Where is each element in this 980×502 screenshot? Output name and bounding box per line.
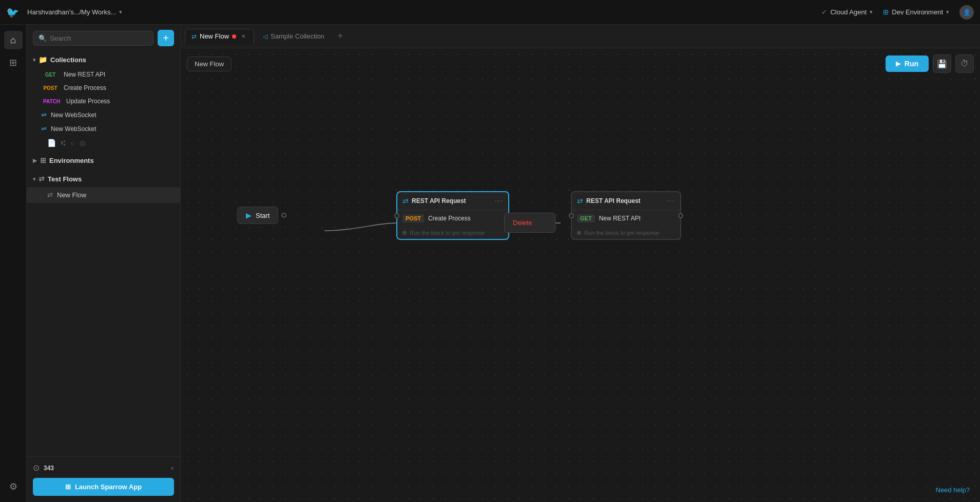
start-play-icon: ▶ [246,211,252,219]
check-icon: ✓ [821,8,827,16]
environments-section-header[interactable]: ▶ ⊞ Environments [27,152,180,169]
sidebar-item-new-flow[interactable]: ⇄ New Flow [27,187,180,203]
layers-icon: ⊞ [883,8,889,16]
node2-left-connector [569,213,574,218]
node2-more-button[interactable]: ··· [667,196,675,206]
collections-arrow-icon: ▾ [33,57,35,63]
history-icon-button[interactable]: ⏱ [955,54,974,73]
node1-title: REST API Request [412,197,492,204]
node2-endpoint: New REST API [599,215,641,222]
test-flows-section: ▾ ⇄ Test Flows ⇄ New Flow [27,171,180,203]
test-flows-label: Test Flows [48,175,82,183]
block-icon[interactable]: ◎ [80,139,86,147]
tab-close-button[interactable]: ✕ [239,32,247,41]
item-label: New WebSocket [51,111,96,119]
env-chevron-icon: ▾ [946,9,949,15]
node1-method-badge: POST [402,214,424,222]
list-item[interactable]: ⇌ New WebSocket [41,108,180,122]
sidebar-item-collections[interactable]: ⊞ [4,53,23,72]
right-area: ⇄ New Flow ✕ ◁ Sample Collection + [181,25,980,502]
node1-footer-text: Run the block to get response [410,230,485,236]
search-area: 🔍 + [27,25,180,51]
need-help-link[interactable]: Need help? [936,486,970,494]
play-icon: ▶ [896,60,900,67]
flow-item-icon: ⇄ [47,191,53,199]
launch-sparrow-button[interactable]: ⊞ Launch Sparrow App [33,478,174,496]
tab-sample-collection[interactable]: ◁ Sample Collection [256,29,331,44]
add-tab-button[interactable]: + [333,29,348,44]
list-item[interactable]: PATCH Update Process [41,95,180,108]
tab-new-flow[interactable]: ⇄ New Flow ✕ [185,29,254,44]
context-menu-delete[interactable]: Delete [505,215,555,230]
test-flows-section-header[interactable]: ▾ ⇄ Test Flows [27,171,180,187]
flow-name-tag[interactable]: New Flow [187,57,232,71]
rest-node-2-body: GET New REST API [572,210,680,227]
circle-icon[interactable]: ○ [70,139,74,147]
node2-footer-text: Run the block to get response [584,230,659,236]
search-box[interactable]: 🔍 [33,31,153,46]
rest-node-2-footer: Run the block to get response [572,227,680,239]
item-label: New WebSocket [51,125,96,133]
workspace-selector[interactable]: Harshvardhan's.../My Works... ▾ [27,8,122,16]
list-item[interactable]: GET New REST API [41,68,180,81]
collapse-icon[interactable]: « [170,464,174,472]
rest-node-2-header: ⇄ REST API Request ··· [572,192,680,210]
start-node[interactable]: ▶ Start [237,207,278,224]
left-panel-content: ▾ 📁 Collections GET New REST API POST Cr… [27,51,180,456]
node1-icon: ⇄ [402,197,409,205]
github-icon: ⊙ [33,463,40,473]
node2-icon: ⇄ [577,197,583,205]
list-item[interactable]: POST Create Process [41,81,180,95]
start-label: Start [256,212,270,219]
websocket-icon: ⇌ [41,111,47,119]
footer-dot-2 [577,231,581,235]
footer-dot [402,231,407,235]
left-panel: 🔍 + ▾ 📁 Collections GET New REST API [27,25,181,502]
flow-item-label: New Flow [57,191,86,199]
sidebar-item-settings[interactable]: ⚙ [4,477,23,496]
node2-right-connector [678,213,683,218]
test-flows-arrow-icon: ▾ [33,176,35,182]
launch-icon: ⊞ [65,483,71,491]
tab-bar: ⇄ New Flow ✕ ◁ Sample Collection + [181,25,980,48]
collection-items: GET New REST API POST Create Process PAT… [27,68,180,150]
item-label: Update Process [66,98,110,105]
rest-node-1-footer: Run the block to get response [397,227,508,239]
logo-icon: 🐦 [6,6,19,18]
env-label: Dev Environment [892,8,943,16]
rest-node-2[interactable]: ⇄ REST API Request ··· GET New REST API … [571,191,681,240]
flow-canvas[interactable]: New Flow ▶ Run 💾 ⏱ ▶ Start [181,48,980,502]
avatar[interactable]: 👤 [959,5,974,20]
tab-icon-new-flow: ⇄ [191,33,197,40]
workspace-chevron-icon: ▾ [119,9,122,15]
run-button[interactable]: ▶ Run [886,55,929,72]
cloud-agent-selector[interactable]: ✓ Cloud Agent ▾ [821,8,873,16]
list-item[interactable]: ⇌ New WebSocket [41,122,180,136]
collections-section-header[interactable]: ▾ 📁 Collections [27,51,180,68]
environment-selector[interactable]: ⊞ Dev Environment ▾ [883,8,949,16]
add-button[interactable]: + [158,30,174,46]
left-panel-bottom: ⊙ 343 « ⊞ Launch Sparrow App [27,456,180,502]
method-badge-post: POST [41,85,60,91]
search-icon: 🔍 [39,34,47,42]
search-input[interactable] [50,34,148,42]
folder-icon[interactable]: 📄 [47,139,56,147]
sidebar-item-home[interactable]: ⌂ [4,31,23,49]
start-connector-dot [281,213,286,218]
websocket-icon: ⇌ [41,125,47,133]
branch-icon[interactable]: ⑆ [61,139,65,147]
node1-left-connector [394,213,399,218]
node1-more-button[interactable]: ··· [495,196,503,206]
save-icon-button[interactable]: 💾 [933,54,951,73]
start-node-container: ▶ Start [237,207,286,224]
node2-title: REST API Request [586,197,664,204]
method-badge-patch: PATCH [41,98,62,105]
launch-label: Launch Sparrow App [75,483,142,491]
rest-node-1-wrapper: ⇄ REST API Request ··· POST Create Proce… [396,191,509,240]
item-label: Create Process [64,84,106,91]
rest-node-1[interactable]: ⇄ REST API Request ··· POST Create Proce… [396,191,509,240]
tab-icon-sample: ◁ [263,33,267,40]
environments-arrow-icon: ▶ [33,158,37,163]
node2-method-badge: GET [577,214,595,222]
environments-section: ▶ ⊞ Environments [27,152,180,169]
